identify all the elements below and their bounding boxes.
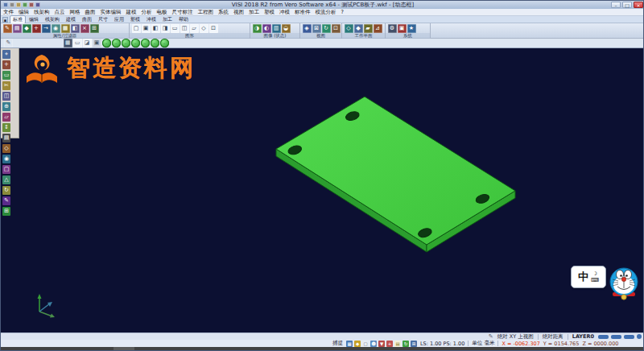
snap-icon[interactable]: ▦ <box>346 341 353 347</box>
toolbar-icon[interactable]: ◫ <box>180 24 189 33</box>
toolbar-tab[interactable]: 应用 <box>111 15 127 24</box>
dock-tool-icon[interactable]: ✎ <box>2 196 10 205</box>
toolbar-icon[interactable]: × <box>80 24 89 33</box>
dock-tool-icon[interactable]: ↻ <box>2 186 10 195</box>
view-orientation-icon[interactable]: ◦ <box>141 39 150 47</box>
menu-item[interactable]: 标准件 <box>292 9 313 16</box>
toolbar-tab[interactable]: 冲模 <box>143 15 159 24</box>
menu-item[interactable]: 工程图 <box>196 9 217 16</box>
quick-access-icon[interactable] <box>23 2 27 7</box>
dock-tool-icon[interactable]: ▭ <box>2 71 10 80</box>
view-orientation-icon[interactable]: ◦ <box>131 39 140 47</box>
menu-item[interactable]: 视图 <box>231 9 246 16</box>
quick-access-icon[interactable] <box>29 2 34 7</box>
toolbar-icon[interactable]: ★ <box>407 24 416 33</box>
toolbar-tab[interactable]: 线架构 <box>42 15 63 24</box>
menu-item[interactable]: 冲模 <box>277 9 292 16</box>
dock-tool-icon[interactable]: ◫ <box>2 92 10 101</box>
ime-pill[interactable]: 中 ☽ ⌨ <box>571 266 606 288</box>
status-button[interactable] <box>611 335 621 339</box>
snap-icon[interactable]: ▼ <box>378 341 385 347</box>
dock-tool-icon[interactable]: ▢ <box>2 165 10 174</box>
toolbar-tab[interactable]: 编辑 <box>26 15 42 24</box>
toolbar2-icon[interactable]: ◪ <box>83 39 92 47</box>
dock-tool-icon[interactable]: ◉ <box>2 155 10 163</box>
dock-tool-icon[interactable]: △ <box>2 176 10 184</box>
toolbar-icon[interactable]: ◐ <box>262 24 271 33</box>
toolbar-icon[interactable]: ◧ <box>151 24 160 33</box>
toolbar-icon[interactable]: + <box>32 24 41 33</box>
quick-access-icon[interactable] <box>16 2 21 7</box>
toolbar-icon[interactable]: ▦ <box>61 24 70 33</box>
toolbar-tab[interactable]: 塑模 <box>127 15 143 24</box>
toolbar-tab[interactable]: 帮助 <box>175 15 192 24</box>
menu-item[interactable]: 系统 <box>216 9 231 16</box>
toolbar-icon[interactable]: ▢ <box>132 24 141 33</box>
menu-item[interactable]: ? <box>339 9 346 15</box>
toolbar2-icon[interactable]: ▦ <box>64 39 72 47</box>
toolbar-icon[interactable]: ⊞ <box>90 24 99 33</box>
viewport-canvas[interactable]: 智造资料网 中 ☽ ⌨ <box>1 48 644 332</box>
toolbar-icon[interactable]: ▱ <box>190 24 199 33</box>
maximize-button[interactable]: □ <box>622 2 632 8</box>
status-button[interactable] <box>624 335 634 339</box>
ime-moon-icon[interactable]: ☽ <box>591 270 599 277</box>
toolbar-icon[interactable]: ◆ <box>23 24 31 33</box>
snap-icon[interactable]: ▢ <box>362 341 369 347</box>
toolbar-icon[interactable]: ◧ <box>71 24 80 33</box>
toolbar-icon[interactable]: ◨ <box>161 24 170 33</box>
toolbar-icon[interactable]: ◇ <box>200 24 208 33</box>
status-button[interactable] <box>598 335 609 339</box>
ime-keyboard-icon[interactable]: ⌨ <box>591 277 599 283</box>
dock-tool-icon[interactable]: ▤ <box>2 134 10 142</box>
ime-lang-indicator[interactable]: 中 <box>578 270 588 284</box>
toolbar-icon[interactable]: ▰ <box>364 24 373 33</box>
toolbar-icon[interactable]: ▭ <box>171 24 180 33</box>
toolbar-icon[interactable]: ▣ <box>142 24 151 33</box>
dock-tool-icon[interactable]: ⌖ <box>2 50 10 59</box>
dock-tool-icon[interactable]: ◇ <box>2 144 10 153</box>
dock-tool-icon[interactable]: ↕ <box>2 123 10 132</box>
minimize-button[interactable]: – <box>611 2 621 8</box>
view-orientation-icon[interactable]: ◦ <box>112 39 121 47</box>
toolbar-icon[interactable]: ⊡ <box>332 24 341 33</box>
toolbar-icon[interactable]: ▤ <box>13 24 22 33</box>
dock-tool-icon[interactable]: ✂ <box>2 81 10 90</box>
toolbar-icon[interactable]: ◒ <box>282 24 291 33</box>
edit-workplane-icon[interactable]: ✎ <box>489 333 493 340</box>
snap-icon[interactable]: ↻ <box>402 341 409 347</box>
toolbar-tab[interactable]: 建模 <box>63 15 79 24</box>
toolbar-icon[interactable]: ◈ <box>303 24 312 33</box>
snap-icon[interactable]: + <box>386 341 393 347</box>
quick-access-icon[interactable] <box>10 2 14 7</box>
snap-icon[interactable]: ▤ <box>394 341 401 347</box>
dock-tool-icon[interactable]: ▱ <box>2 113 10 122</box>
toolbar2-icon[interactable]: ▭ <box>73 39 82 47</box>
toolbar2-icon[interactable]: ✎ <box>4 39 13 47</box>
snap-icon[interactable]: ⊞ <box>411 341 417 347</box>
dock-tool-icon[interactable]: ⊞ <box>2 207 10 216</box>
snap-icon[interactable]: ☻ <box>370 341 377 347</box>
view-orientation-icon[interactable]: ◦ <box>122 39 130 47</box>
toolbar-tab[interactable]: 曲面 <box>79 15 95 24</box>
snap-icon[interactable]: ◆ <box>354 341 361 347</box>
part-model-plate[interactable] <box>1 48 644 332</box>
dock-tool-icon[interactable]: + <box>2 60 10 69</box>
view-orientation-icon[interactable]: ◦ <box>160 39 169 47</box>
menu-item[interactable]: 模流分析 <box>313 9 339 16</box>
toolbar-icon[interactable]: ⊡ <box>209 24 218 33</box>
toolbar-icon[interactable]: ⊠ <box>312 24 321 33</box>
toolbar-icon[interactable]: ◑ <box>253 24 262 33</box>
menu-item[interactable]: 塑模 <box>262 9 277 16</box>
toolbar-icon[interactable]: ◉ <box>52 24 60 33</box>
toolbar-icon[interactable]: ⚙ <box>388 24 397 33</box>
toolbar-tab[interactable]: 加工 <box>159 15 175 24</box>
quick-access-icon[interactable] <box>35 2 40 7</box>
toolbar-icon[interactable]: ✎ <box>3 24 12 33</box>
toolbar-tab[interactable]: 标准 <box>10 15 26 24</box>
toolbar-icon[interactable]: ▥ <box>272 24 281 33</box>
status-button[interactable] <box>637 334 642 339</box>
toolbar-tab[interactable]: 尺寸 <box>95 15 111 24</box>
toolbar2-icon[interactable]: ▣ <box>93 39 101 47</box>
toolbar-icon[interactable]: → <box>42 24 51 33</box>
